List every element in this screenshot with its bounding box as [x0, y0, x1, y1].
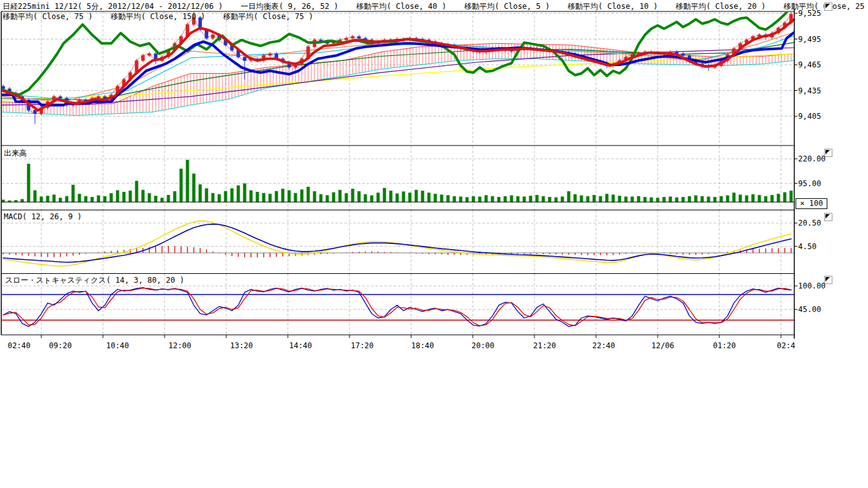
volume-bar [669, 196, 672, 202]
volume-bar [783, 193, 787, 202]
volume-bar [510, 195, 513, 202]
legend-item: 移動平均( Close, 150 ) [111, 11, 205, 22]
volume-bar [339, 190, 342, 202]
chart-canvas[interactable] [0, 0, 868, 488]
volume-bar [606, 194, 609, 202]
volume-bar [409, 193, 412, 202]
volume-bar [523, 196, 526, 202]
volume-bar [790, 191, 793, 202]
legend-item: 移動平均( Close, 40 ) [356, 1, 447, 12]
volume-bar [224, 191, 227, 202]
candle [142, 55, 145, 60]
volume-bar [180, 168, 183, 202]
price-pane[interactable] [0, 8, 794, 125]
legend-item: 移動平均( Close, 10 ) [567, 1, 658, 12]
volume-bar [771, 195, 774, 202]
volume-bar [739, 194, 742, 202]
volume-bar [59, 198, 62, 202]
volume-bar [504, 196, 507, 202]
volume-bar [142, 190, 145, 202]
volume-bar [459, 196, 463, 202]
volume-bar [110, 193, 113, 202]
legend-item: 移動平均( Close, 75 ) [223, 11, 313, 22]
volume-bar [218, 194, 221, 202]
time-axis-label: 02:40 [8, 341, 31, 350]
volume-bar [745, 195, 749, 202]
volume-bar [167, 195, 170, 202]
time-axis-label: 18:40 [411, 341, 434, 350]
volume-bar [777, 194, 780, 202]
candle [682, 53, 685, 55]
volume-bar [656, 198, 660, 202]
volume-bar [364, 194, 367, 202]
volume-bar [758, 195, 761, 202]
volume-bar [612, 194, 615, 202]
volume-bar [383, 188, 386, 202]
volume-bar [148, 193, 151, 202]
volume-bar [256, 192, 259, 202]
volume-bar [377, 193, 380, 202]
candle [148, 53, 151, 55]
price-axis-tick-label: 9,495 [798, 35, 821, 44]
volume-bar [396, 193, 399, 202]
volume-bar [542, 196, 545, 202]
volume-bar [726, 195, 729, 202]
volume-bar [154, 196, 158, 202]
volume-bar [27, 164, 31, 202]
volume-bar [307, 187, 310, 202]
volume-pane[interactable] [2, 160, 793, 202]
volume-bar [65, 196, 69, 202]
volume-bar [707, 196, 710, 202]
candle [351, 36, 355, 38]
volume-bar [593, 195, 596, 202]
volume-bar [21, 199, 24, 202]
volume-bar [205, 188, 208, 202]
volume-bar [574, 194, 577, 202]
volume-bar [212, 193, 215, 202]
time-axis-label: 12:00 [168, 341, 191, 350]
volume-bar [517, 196, 520, 202]
volume-bar [466, 197, 469, 202]
volume-bar [313, 191, 316, 202]
price-axis-tick-label: 9,465 [798, 60, 821, 69]
volume-bar [644, 197, 647, 202]
volume-bar [631, 196, 634, 202]
volume-bar [193, 173, 196, 202]
time-axis-label: 22:40 [592, 341, 615, 350]
volume-bar [618, 196, 621, 202]
volume-bar [720, 196, 723, 202]
volume-bar [332, 193, 336, 202]
volume-bar [491, 196, 494, 202]
stochastics-pane-label: スロー・ストキャスティクス( 14, 3, 80, 20 ) [5, 275, 184, 286]
volume-bar [199, 184, 202, 202]
chart-legend-row-1: 日経225mini 12/12( 5分, 2012/12/04 - 2012/1… [3, 1, 868, 12]
volume-bar [402, 191, 405, 202]
macd-pane-label: MACD( 12, 26, 9 ) [4, 212, 82, 221]
volume-bar [161, 198, 164, 202]
volume-bar [390, 191, 393, 202]
chart-application-window: { "header": { "line1_items": [ "日経225min… [0, 0, 868, 488]
time-axis-label: 09:20 [49, 341, 72, 350]
volume-bar [97, 195, 100, 202]
collapse-price-pane-icon[interactable] [824, 3, 832, 11]
price-axis-tick-label: 9,525 [798, 9, 821, 18]
candle [97, 97, 100, 98]
legend-item: 移動平均( Close, 75 ) [3, 11, 93, 22]
volume-bar [447, 195, 450, 202]
candle [59, 97, 62, 98]
volume-pane-label: 出来高 [4, 148, 27, 159]
stochastics-pane[interactable] [2, 288, 794, 327]
volume-bar [34, 190, 37, 202]
time-axis-label: 17:20 [351, 341, 374, 350]
time-axis-label: 10:40 [106, 341, 129, 350]
volume-bar [78, 194, 81, 202]
volume-bar [485, 195, 488, 202]
volume-bar [561, 196, 564, 202]
stochastics-axis-tick-label: 100.00 [798, 281, 825, 290]
volume-bar [2, 200, 5, 202]
volume-bar [714, 197, 717, 202]
macd-pane[interactable] [2, 221, 794, 266]
volume-bar [237, 186, 240, 202]
volume-axis-tick-label: 95.00 [798, 179, 821, 188]
collapse-macd-pane-icon[interactable] [824, 213, 832, 221]
